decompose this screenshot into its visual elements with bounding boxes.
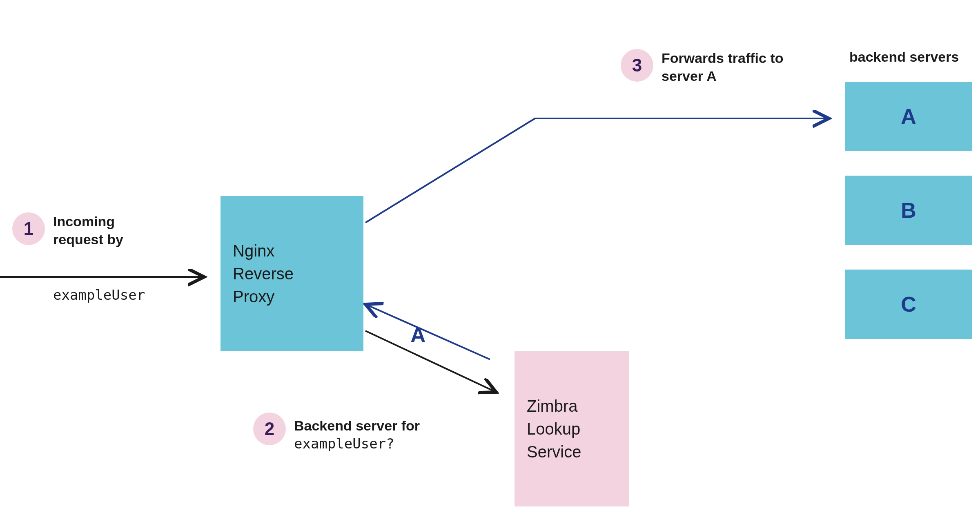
backend-server-c: C — [845, 270, 972, 339]
step-3-line1: Forwards traffic to — [662, 50, 783, 66]
backend-server-b: B — [845, 176, 972, 245]
arrow-from-lookup — [365, 304, 490, 359]
backend-server-b-label: B — [901, 198, 916, 223]
nginx-proxy-box: Nginx Reverse Proxy — [220, 196, 363, 351]
step-1-user: exampleUser — [53, 286, 145, 304]
step-1-number: 1 — [24, 219, 33, 239]
step-1-badge: 1 — [12, 212, 45, 245]
step-3-line2: server A — [662, 68, 717, 84]
step-1-label: Incoming request by — [53, 212, 123, 248]
step-2-text: Backend server for — [294, 418, 420, 433]
backend-title: backend servers — [849, 49, 959, 65]
step-3-number: 3 — [632, 55, 642, 76]
zimbra-lookup-label: Zimbra Lookup Service — [514, 395, 581, 463]
step-2-badge: 2 — [253, 413, 286, 445]
backend-server-a: A — [845, 82, 972, 151]
nginx-proxy-label: Nginx Reverse Proxy — [220, 239, 294, 308]
step-3-label: Forwards traffic to server A — [662, 49, 783, 85]
backend-server-c-label: C — [901, 292, 916, 317]
reply-label: A — [410, 323, 426, 347]
step-2-user: exampleUser? — [294, 435, 394, 452]
step-1-line1: Incoming — [53, 214, 115, 229]
diagram-canvas: 1 Incoming request by exampleUser Nginx … — [0, 0, 980, 513]
step-1-line2: request by — [53, 232, 123, 247]
zimbra-lookup-box: Zimbra Lookup Service — [514, 351, 629, 506]
step-2-number: 2 — [265, 419, 274, 439]
arrow-to-backend — [365, 118, 829, 223]
arrow-to-lookup — [365, 331, 496, 392]
step-3-badge: 3 — [621, 49, 653, 82]
backend-server-a-label: A — [901, 104, 916, 129]
step-2-label: Backend server for exampleUser? — [294, 417, 420, 453]
arrows-layer — [0, 0, 980, 513]
